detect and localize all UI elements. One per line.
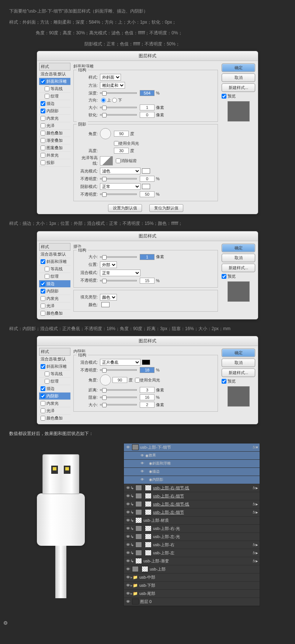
cancel-button[interactable]: 取消 bbox=[222, 73, 255, 82]
cb[interactable] bbox=[41, 281, 45, 286]
cb[interactable] bbox=[41, 386, 45, 391]
cb[interactable] bbox=[41, 289, 45, 294]
inner-opacity[interactable]: 18 bbox=[140, 367, 155, 373]
shadow-mode[interactable]: 正常 bbox=[100, 183, 140, 190]
inner-choke[interactable]: 16 bbox=[140, 394, 155, 400]
style-grad-overlay[interactable]: 渐变叠加 bbox=[39, 137, 70, 144]
hilite-opacity-slider[interactable] bbox=[100, 178, 137, 179]
cancel-button-2[interactable]: 取消 bbox=[222, 254, 255, 262]
layer-row[interactable]: 👁▸📁usb-下部 bbox=[124, 582, 260, 590]
fx-bevel[interactable]: 👁 ◉ 斜面和浮雕 bbox=[124, 460, 260, 468]
blend-options-2[interactable]: 混合选项:默认 bbox=[39, 251, 70, 258]
cb-texture[interactable] bbox=[45, 94, 49, 99]
style-inner-shadow[interactable]: 内阴影 bbox=[39, 107, 70, 115]
inner-color[interactable] bbox=[142, 360, 150, 365]
inner-angle[interactable]: 90 bbox=[112, 377, 127, 383]
cb[interactable] bbox=[41, 394, 45, 398]
cb[interactable] bbox=[41, 408, 45, 413]
style-satin-2[interactable]: 光泽 bbox=[39, 302, 70, 310]
style-stroke[interactable]: 描边 bbox=[39, 100, 70, 107]
cb-stroke[interactable] bbox=[41, 101, 45, 106]
cancel-button-3[interactable]: 取消 bbox=[222, 359, 255, 367]
hilite-mode[interactable]: 滤色 bbox=[100, 168, 140, 174]
layer-row[interactable]: 👁↳usb-上部-右-细节 bbox=[124, 492, 260, 500]
style-color-overlay[interactable]: 颜色叠加 bbox=[39, 130, 70, 137]
method-select[interactable]: 雕刻柔和 bbox=[100, 82, 125, 89]
cb[interactable] bbox=[45, 267, 49, 271]
size-slider[interactable] bbox=[100, 107, 137, 108]
cb-outer-glow[interactable] bbox=[41, 153, 45, 158]
style-texture[interactable]: 纹理 bbox=[39, 93, 70, 100]
style-texture-3[interactable]: 纹理 bbox=[39, 378, 70, 385]
stroke-opacity-slider[interactable] bbox=[100, 280, 137, 281]
stroke-pos[interactable]: 外部 bbox=[100, 261, 117, 268]
cb-bevel[interactable] bbox=[41, 79, 45, 84]
shadow-opacity-slider[interactable] bbox=[100, 193, 137, 195]
style-inner-glow-2[interactable]: 内发光 bbox=[39, 295, 70, 302]
style-select[interactable]: 外斜面 bbox=[100, 74, 121, 80]
soften-slider[interactable] bbox=[100, 114, 137, 116]
preview-cb-3[interactable] bbox=[222, 379, 226, 384]
layer-row[interactable]: 👁↳usb-上部-左-光 bbox=[124, 533, 260, 541]
cb-pattern[interactable] bbox=[41, 145, 45, 150]
inner-size-slider[interactable] bbox=[100, 404, 137, 405]
dir-down[interactable] bbox=[112, 98, 117, 103]
style-bevel-3[interactable]: 斜面和浮雕 bbox=[39, 363, 70, 370]
ok-button-3[interactable]: 确定 bbox=[222, 349, 255, 357]
inner-global-cb[interactable] bbox=[135, 378, 140, 383]
style-pattern-overlay[interactable]: 图案叠加 bbox=[39, 144, 70, 152]
style-inner-glow-3[interactable]: 内发光 bbox=[39, 400, 70, 407]
cb-satin[interactable] bbox=[41, 123, 45, 128]
depth-input[interactable]: 584 bbox=[140, 90, 155, 96]
style-outer-glow[interactable]: 外发光 bbox=[39, 152, 70, 159]
layer-row[interactable]: 👁▸📁usb-尾部 bbox=[124, 590, 260, 598]
angle-dial[interactable] bbox=[100, 128, 111, 139]
dir-up[interactable] bbox=[101, 98, 106, 103]
depth-slider[interactable] bbox=[100, 92, 137, 94]
layer-row[interactable]: 👁▸📁usb-中部 bbox=[124, 573, 260, 582]
fx-stroke[interactable]: 👁 ◉ 描边 bbox=[124, 468, 260, 476]
gloss-contour[interactable] bbox=[100, 156, 113, 165]
layer-row[interactable]: 👁usb-上部 bbox=[124, 565, 260, 573]
inner-dist-slider[interactable] bbox=[100, 389, 137, 391]
fx-label[interactable]: 👁 ◉ 效果 bbox=[124, 452, 260, 460]
reset-default-button[interactable]: 复位为默认值 bbox=[149, 204, 183, 212]
style-contour[interactable]: 等高线 bbox=[39, 85, 70, 93]
cb[interactable] bbox=[41, 311, 45, 316]
altitude-input[interactable]: 30 bbox=[114, 148, 129, 154]
cb[interactable] bbox=[41, 401, 45, 406]
layer-row[interactable]: 👁↳usb-上部-右-细节-线fx▸ bbox=[124, 484, 260, 492]
layer-row[interactable]: 👁↳usb-上部-左fx▸ bbox=[124, 549, 260, 557]
inner-choke-slider[interactable] bbox=[100, 397, 137, 398]
shadow-opacity[interactable]: 50 bbox=[140, 191, 155, 197]
cb-contour[interactable] bbox=[45, 86, 49, 91]
inner-dist[interactable]: 3 bbox=[140, 387, 155, 393]
new-style-button-2[interactable]: 新建样式... bbox=[222, 264, 255, 272]
style-satin[interactable]: 光泽 bbox=[39, 122, 70, 130]
style-inner-shadow-2[interactable]: 内阴影 bbox=[39, 288, 70, 295]
style-contour-2[interactable]: 等高线 bbox=[39, 266, 70, 273]
style-bevel[interactable]: 斜面和浮雕 bbox=[39, 78, 70, 85]
cb[interactable] bbox=[41, 364, 45, 369]
hilite-opacity[interactable]: 0 bbox=[140, 176, 155, 182]
antialias-cb[interactable] bbox=[116, 158, 121, 163]
inner-opacity-slider[interactable] bbox=[100, 369, 137, 371]
cb[interactable] bbox=[41, 259, 45, 264]
cb[interactable] bbox=[45, 274, 49, 279]
style-bevel-2[interactable]: 斜面和浮雕 bbox=[39, 258, 70, 266]
cb[interactable] bbox=[41, 296, 45, 301]
layer-row-selected[interactable]: 👁usb-上部-下-细节fx▾ bbox=[124, 443, 260, 452]
cb-inner-glow[interactable] bbox=[41, 116, 45, 121]
style-satin-3[interactable]: 光泽 bbox=[39, 407, 70, 415]
layer-row[interactable]: 👁↳usb-上部-右-光 bbox=[124, 525, 260, 533]
layer-row[interactable]: 👁图层 0 bbox=[124, 598, 260, 606]
soften-input[interactable]: 0 bbox=[140, 112, 155, 118]
style-color-overlay-2[interactable]: 颜色叠加 bbox=[39, 310, 70, 317]
style-texture-2[interactable]: 纹理 bbox=[39, 273, 70, 280]
stroke-size[interactable]: 1 bbox=[140, 254, 155, 260]
inner-blend[interactable]: 正片叠底 bbox=[100, 359, 140, 366]
layer-row[interactable]: 👁↳usb-上部-右fx▸ bbox=[124, 541, 260, 549]
style-stroke-2[interactable]: 描边 bbox=[39, 280, 70, 288]
cb[interactable] bbox=[45, 371, 49, 376]
size-input[interactable]: 1 bbox=[140, 105, 155, 110]
